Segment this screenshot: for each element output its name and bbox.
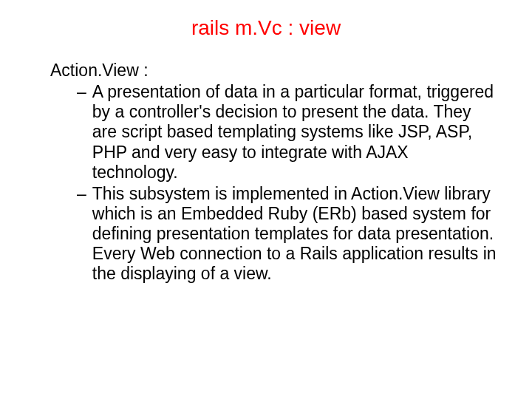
list-item: – A presentation of data in a particular… — [77, 82, 497, 183]
slide-title: rails m.Vc : view — [35, 16, 497, 40]
bullet-list: – A presentation of data in a particular… — [77, 82, 497, 284]
dash-icon: – — [77, 82, 92, 183]
list-item: – This subsystem is implemented in Actio… — [77, 184, 497, 284]
body-heading: Action.View : — [50, 61, 497, 81]
slide: rails m.Vc : view Action.View : – A pres… — [0, 0, 532, 399]
bullet-text: A presentation of data in a particular f… — [92, 82, 497, 183]
bullet-text: This subsystem is implemented in Action.… — [92, 184, 497, 284]
dash-icon: – — [77, 184, 92, 284]
slide-body: Action.View : – A presentation of data i… — [35, 61, 497, 284]
